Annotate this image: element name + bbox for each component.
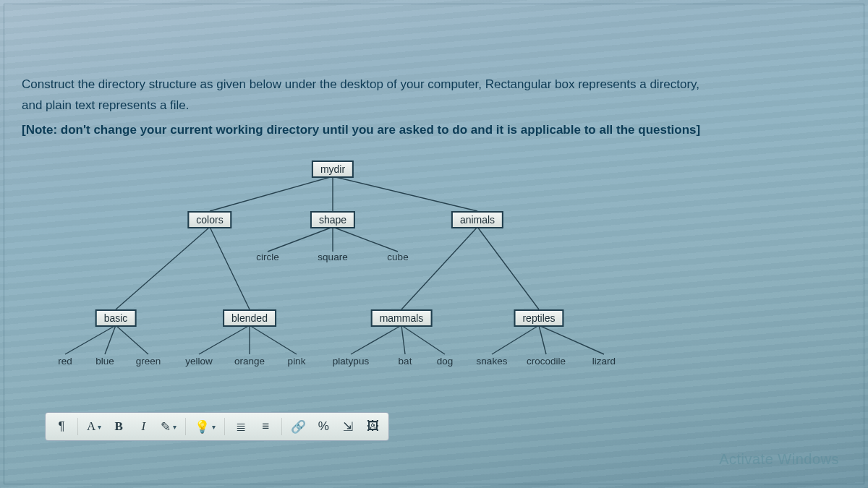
svg-line-20 bbox=[539, 325, 546, 354]
editor-toolbar: ¶ A B I ✎ 💡 ≣ ≡ 🔗 % ⇲ 🖼 bbox=[45, 412, 389, 441]
dir-animals: animals bbox=[451, 211, 503, 228]
italic-icon: I bbox=[141, 419, 145, 434]
paragraph-button[interactable]: ¶ bbox=[51, 416, 72, 437]
file-bat: bat bbox=[399, 356, 412, 367]
svg-line-15 bbox=[250, 325, 297, 354]
instructions-line2: and plain text represents a file. bbox=[22, 97, 854, 115]
file-dog: dog bbox=[437, 356, 454, 367]
italic-button[interactable]: I bbox=[133, 416, 153, 437]
numbers-icon: ≡ bbox=[262, 419, 269, 434]
toolbar-separator bbox=[281, 418, 282, 435]
file-lizard: lizard bbox=[592, 356, 616, 367]
font-button[interactable]: A bbox=[84, 416, 104, 437]
highlight-icon: ✎ bbox=[161, 419, 171, 435]
paragraph-icon: ¶ bbox=[58, 419, 64, 434]
instructions-note: [Note: don't change your current working… bbox=[22, 123, 854, 137]
svg-line-17 bbox=[401, 325, 405, 354]
dir-basic: basic bbox=[95, 309, 137, 327]
dir-mydir: mydir bbox=[312, 160, 354, 178]
svg-line-3 bbox=[268, 227, 333, 252]
insert-button[interactable]: 💡 bbox=[192, 416, 218, 437]
file-circle: circle bbox=[256, 252, 279, 262]
instructions-block: Construct the directory structure as giv… bbox=[22, 76, 854, 114]
file-blue: blue bbox=[95, 356, 114, 367]
svg-line-10 bbox=[65, 325, 116, 354]
toolbar-separator bbox=[224, 418, 225, 435]
svg-line-2 bbox=[333, 176, 477, 211]
dir-mammals: mammals bbox=[371, 309, 433, 327]
font-icon: A bbox=[87, 419, 95, 434]
file-green: green bbox=[136, 356, 161, 367]
svg-line-11 bbox=[105, 325, 116, 354]
code-icon: % bbox=[318, 419, 329, 434]
svg-line-12 bbox=[116, 325, 148, 354]
file-square: square bbox=[318, 252, 347, 262]
toolbar-separator bbox=[77, 418, 78, 435]
file-pink: pink bbox=[288, 356, 306, 367]
image-button[interactable]: 🖼 bbox=[362, 416, 383, 437]
svg-line-21 bbox=[539, 325, 604, 354]
file-yellow: yellow bbox=[185, 356, 213, 367]
embed-icon: ⇲ bbox=[343, 419, 353, 435]
embed-button[interactable]: ⇲ bbox=[338, 416, 358, 437]
file-snakes: snakes bbox=[477, 356, 508, 367]
file-cube: cube bbox=[387, 252, 408, 262]
insert-icon: 💡 bbox=[195, 419, 210, 435]
file-crocodile: crocodile bbox=[527, 356, 566, 367]
highlight-button[interactable]: ✎ bbox=[158, 416, 179, 437]
file-platypus: platypus bbox=[333, 356, 369, 367]
dir-colors: colors bbox=[187, 211, 231, 228]
dir-blended: blended bbox=[223, 309, 276, 327]
svg-line-7 bbox=[210, 227, 250, 309]
svg-line-13 bbox=[199, 325, 250, 354]
svg-line-19 bbox=[492, 325, 539, 354]
svg-line-0 bbox=[210, 176, 333, 211]
svg-line-9 bbox=[477, 227, 539, 309]
directory-tree-diagram: mydir colors shape animals basic blended… bbox=[22, 152, 854, 398]
bullets-icon: ≣ bbox=[236, 419, 246, 435]
svg-line-6 bbox=[116, 227, 210, 309]
bold-icon: B bbox=[115, 419, 123, 434]
link-icon: 🔗 bbox=[291, 419, 306, 435]
svg-line-5 bbox=[333, 227, 398, 252]
dir-shape: shape bbox=[310, 211, 355, 228]
file-red: red bbox=[58, 356, 72, 367]
bulleted-list-button[interactable]: ≣ bbox=[231, 416, 251, 437]
svg-line-8 bbox=[401, 227, 477, 309]
svg-line-16 bbox=[351, 325, 401, 354]
numbered-list-button[interactable]: ≡ bbox=[255, 416, 276, 437]
dir-reptiles: reptiles bbox=[514, 309, 563, 327]
image-icon: 🖼 bbox=[367, 419, 379, 434]
windows-watermark: Activate Windows bbox=[719, 451, 839, 468]
code-button[interactable]: % bbox=[313, 416, 333, 437]
file-orange: orange bbox=[234, 356, 265, 367]
link-button[interactable]: 🔗 bbox=[288, 416, 309, 437]
instructions-line1: Construct the directory structure as giv… bbox=[22, 76, 854, 94]
svg-line-18 bbox=[401, 325, 445, 354]
bold-button[interactable]: B bbox=[109, 416, 129, 437]
toolbar-separator bbox=[185, 418, 186, 435]
